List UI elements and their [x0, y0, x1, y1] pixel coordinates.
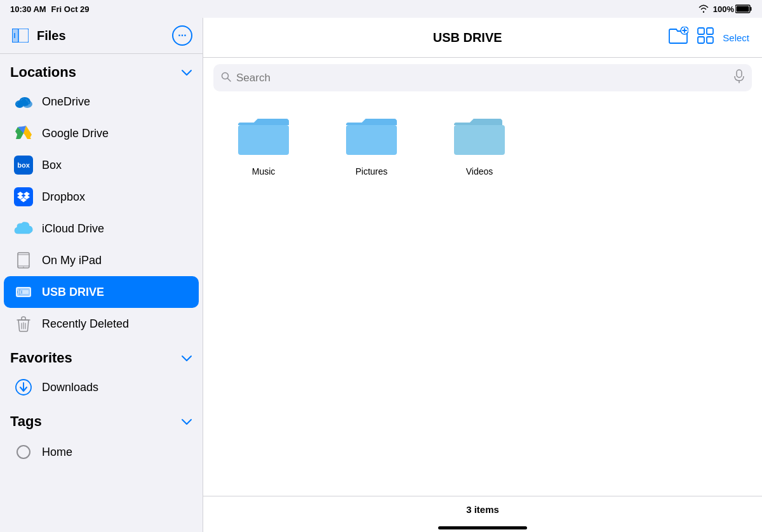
- search-container: [203, 58, 762, 98]
- sidebar-item-usb[interactable]: USB DRIVE: [4, 276, 199, 308]
- search-icon: [221, 72, 231, 84]
- date: Fri Oct 29: [51, 4, 90, 14]
- sidebar-item-deleted[interactable]: Recently Deleted: [4, 308, 199, 340]
- svg-rect-40: [698, 37, 704, 43]
- sidebar-item-label: Recently Deleted: [42, 317, 129, 331]
- usb-drive-icon: [14, 283, 33, 302]
- sidebar-item-tag-home[interactable]: Home: [4, 436, 199, 468]
- home-bar: [438, 526, 527, 529]
- sidebar-toggle-icon[interactable]: [10, 25, 30, 46]
- svg-rect-38: [698, 28, 704, 34]
- ipad-icon: [14, 251, 33, 270]
- sidebar-item-dropbox[interactable]: Dropbox: [4, 181, 199, 213]
- sidebar-item-label: On My iPad: [42, 254, 102, 267]
- sidebar-item-box[interactable]: box Box: [4, 149, 199, 181]
- folder-grid: Music Pictures: [203, 98, 762, 496]
- folder-item-pictures[interactable]: Pictures: [337, 110, 406, 176]
- tags-section-header: Tags: [0, 403, 203, 436]
- folder-label-music: Music: [252, 166, 276, 176]
- folder-label-pictures: Pictures: [356, 166, 388, 176]
- main-content: USB DRIVE: [203, 18, 762, 532]
- battery-indicator: 100%: [713, 4, 752, 14]
- svg-rect-1: [751, 7, 752, 11]
- sidebar-item-onedrive[interactable]: OneDrive: [4, 86, 199, 117]
- time: 10:30 AM: [10, 4, 46, 14]
- sidebar-item-label: iCloud Drive: [42, 222, 104, 236]
- sidebar-item-label: OneDrive: [42, 95, 90, 109]
- locations-section-header: Locations: [0, 54, 203, 86]
- sidebar-item-label: Dropbox: [42, 190, 85, 204]
- sidebar-item-label: USB DRIVE: [42, 286, 104, 299]
- svg-rect-48: [454, 125, 505, 155]
- grid-view-icon[interactable]: [697, 27, 714, 48]
- locations-title: Locations: [10, 64, 76, 81]
- svg-rect-28: [22, 290, 29, 294]
- svg-rect-41: [707, 37, 713, 43]
- locations-chevron[interactable]: [181, 66, 192, 79]
- folder-icon-pictures: [340, 110, 403, 161]
- tags-title: Tags: [10, 413, 42, 430]
- box-icon: box: [14, 156, 33, 175]
- downloads-icon: [14, 378, 33, 397]
- folder-icon-videos: [448, 110, 511, 161]
- sidebar-item-googledrive[interactable]: Google Drive: [4, 117, 199, 149]
- svg-line-43: [228, 78, 231, 81]
- item-count: 3 items: [466, 504, 499, 515]
- main-footer: 3 items: [203, 496, 762, 522]
- new-folder-icon[interactable]: [668, 27, 688, 48]
- folder-icon-music: [232, 110, 295, 161]
- sidebar-item-label: Downloads: [42, 381, 98, 394]
- mic-icon[interactable]: [734, 69, 744, 86]
- svg-rect-47: [346, 125, 397, 155]
- sidebar-title: Files: [37, 29, 66, 43]
- gdrive-icon: [14, 124, 33, 143]
- favorites-chevron[interactable]: [181, 352, 192, 365]
- sidebar-item-label: Google Drive: [42, 127, 109, 140]
- app-container: Files ··· Locations: [0, 18, 762, 532]
- folder-item-music[interactable]: Music: [229, 110, 298, 176]
- icloud-icon: [14, 219, 33, 238]
- svg-point-24: [23, 267, 24, 268]
- home-indicator: [203, 522, 762, 532]
- search-input[interactable]: [236, 72, 729, 84]
- sidebar-item-downloads[interactable]: Downloads: [4, 371, 199, 403]
- folder-label-videos: Videos: [466, 166, 493, 176]
- more-button[interactable]: ···: [172, 25, 192, 46]
- svg-rect-3: [12, 29, 18, 43]
- svg-rect-21: [18, 253, 29, 268]
- select-button[interactable]: Select: [723, 32, 749, 43]
- home-tag-icon: [14, 442, 33, 462]
- sidebar-header: Files ···: [0, 18, 203, 54]
- svg-rect-44: [737, 70, 742, 77]
- svg-rect-39: [707, 28, 713, 34]
- header-right: Select: [668, 27, 749, 48]
- main-header: USB DRIVE: [203, 18, 762, 58]
- sidebar-item-icloud[interactable]: iCloud Drive: [4, 213, 199, 244]
- status-bar: 10:30 AM Fri Oct 29 100%: [0, 0, 762, 18]
- main-title: USB DRIVE: [267, 30, 668, 45]
- onedrive-icon: [14, 92, 33, 111]
- sidebar-item-ipad[interactable]: On My iPad: [4, 244, 199, 276]
- sidebar: Files ··· Locations: [0, 18, 203, 532]
- favorites-title: Favorites: [10, 350, 72, 366]
- wifi-icon: [698, 4, 709, 15]
- sidebar-item-label: Home: [42, 446, 72, 459]
- favorites-section-header: Favorites: [0, 340, 203, 371]
- tags-chevron[interactable]: [181, 415, 192, 429]
- svg-rect-2: [737, 6, 749, 12]
- sidebar-item-label: Box: [42, 159, 62, 172]
- folder-item-videos[interactable]: Videos: [444, 110, 514, 176]
- search-bar: [213, 64, 752, 91]
- trash-icon: [14, 314, 33, 333]
- svg-rect-46: [238, 125, 289, 155]
- dropbox-icon: [14, 187, 33, 206]
- sidebar-title-area: Files: [10, 25, 66, 46]
